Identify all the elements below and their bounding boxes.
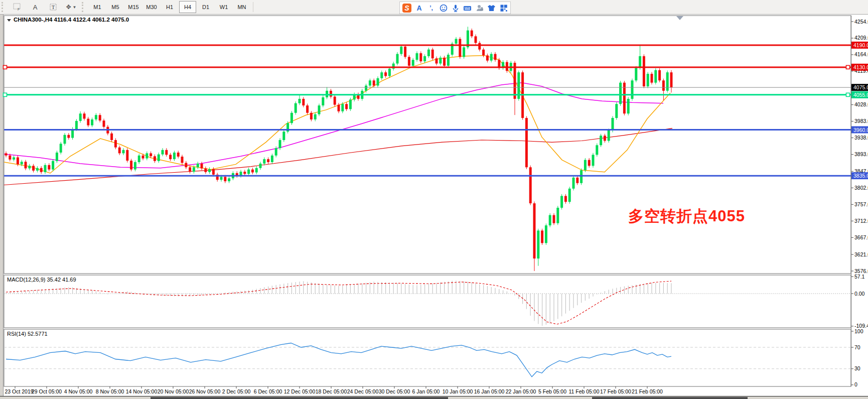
price-tick-label: 3802.0	[854, 185, 868, 191]
timeframe-button-m30[interactable]: M30	[143, 1, 160, 13]
candle-body	[275, 148, 277, 156]
candle-body	[345, 104, 348, 109]
price-tick-label: 4028.0	[854, 101, 868, 107]
candle-body	[189, 167, 191, 172]
candle-body	[419, 53, 422, 61]
candle-body	[619, 83, 622, 104]
candle-body	[627, 99, 630, 113]
date-tick-label: 22 Jan 05:00	[506, 388, 536, 394]
candle-body	[224, 177, 226, 181]
candle-body	[173, 153, 176, 159]
price-tick-label: 3893.0	[854, 151, 868, 157]
candle-body	[247, 170, 250, 174]
candle-body	[60, 144, 62, 153]
date-tick-label: 6 Dec 05:00	[254, 388, 282, 394]
candle-body	[99, 115, 101, 120]
date-tick-label: 2 Dec 05:00	[222, 388, 251, 394]
price-tick-label: 3621.0	[854, 251, 868, 257]
ime-toolbox-icon[interactable]	[499, 4, 508, 12]
candle-body	[600, 136, 602, 145]
line-handle[interactable]	[846, 93, 850, 96]
candle-body	[334, 97, 336, 105]
candle-body	[130, 161, 132, 170]
candle-body	[306, 105, 309, 113]
timeframe-button-h1[interactable]: H1	[161, 1, 178, 13]
candle-body	[79, 113, 82, 121]
timeframe-button-m15[interactable]: M15	[125, 1, 142, 13]
draw-tools-button[interactable]: ✥▼	[63, 1, 80, 13]
candle-body	[295, 103, 297, 113]
candle-body	[384, 72, 387, 76]
candle-body	[615, 104, 618, 118]
ime-emoji-icon[interactable]	[439, 4, 448, 12]
line-handle[interactable]	[4, 93, 7, 96]
candle-body	[103, 120, 105, 126]
panel-frame-1	[4, 275, 851, 328]
candle-body	[259, 164, 262, 168]
candle-body	[48, 165, 50, 170]
ime-skin-icon[interactable]	[487, 4, 496, 12]
timeframe-button-m1[interactable]: M1	[89, 1, 106, 13]
candle-body	[592, 155, 595, 166]
candle-body	[44, 165, 47, 172]
price-chart-canvas[interactable]: 4254.04209.04164.04119.04028.03983.03938…	[0, 0, 868, 399]
candle-body	[439, 58, 442, 64]
candle-body	[541, 230, 543, 243]
line-handle[interactable]	[846, 65, 850, 69]
candle-body	[404, 47, 406, 57]
candle-body	[666, 72, 669, 91]
candle-body	[553, 215, 555, 223]
line-handle[interactable]	[4, 65, 7, 69]
ime-mode-icon[interactable]: A	[415, 4, 423, 12]
date-tick-label: 21 Feb 05:00	[632, 388, 663, 394]
candle-body	[608, 130, 610, 141]
candle-body	[651, 74, 653, 83]
timeframe-button-mn[interactable]: MN	[233, 1, 250, 13]
candle-body	[670, 72, 673, 87]
candle-body	[52, 161, 54, 170]
rsi-tick-label: 30	[854, 365, 860, 371]
candle-body	[32, 166, 35, 171]
date-tick-label: 14 Nov 05:00	[126, 388, 158, 394]
timeframe-button-h4[interactable]: H4	[179, 1, 196, 13]
grid-f-icon: F	[13, 3, 21, 11]
candle-body	[204, 168, 207, 172]
candle-body	[662, 80, 665, 91]
candle-body	[9, 156, 11, 160]
timeframe-button-d1[interactable]: D1	[197, 1, 214, 13]
candle-body	[631, 80, 634, 99]
chart-annotation-text[interactable]: 多空转折点4055	[628, 206, 745, 227]
candle-body	[564, 196, 567, 202]
toolbar-grip[interactable]	[82, 2, 87, 12]
candle-body	[310, 113, 313, 119]
ime-keyboard-icon[interactable]	[463, 4, 472, 12]
font-icon[interactable]: A	[27, 1, 44, 13]
text-label-icon[interactable]: T	[45, 1, 62, 13]
candle-body	[643, 56, 645, 86]
candle-body	[612, 118, 614, 130]
candle-body	[475, 36, 477, 43]
candle-body	[459, 39, 461, 57]
ime-punctuation-icon[interactable]: ’,	[427, 4, 436, 12]
candle-body	[447, 55, 450, 66]
candle-body	[369, 80, 371, 85]
candle-body	[471, 31, 473, 37]
candle-body	[302, 99, 305, 105]
candle-body	[212, 169, 215, 175]
candle-body	[67, 135, 70, 138]
toolbar-grip[interactable]	[2, 2, 7, 12]
ime-login-icon[interactable]	[475, 4, 484, 12]
candle-body	[373, 80, 375, 85]
candle-body	[17, 157, 19, 164]
price-badge-label: 4055.0	[853, 92, 868, 98]
candle-body	[639, 56, 641, 68]
price-tick-label: 3983.0	[854, 118, 868, 124]
timeframe-button-m5[interactable]: M5	[107, 1, 124, 13]
candle-body	[604, 136, 606, 141]
ime-microphone-icon[interactable]	[451, 4, 460, 12]
sogou-logo-icon[interactable]: S	[402, 4, 411, 13]
candle-body	[243, 172, 246, 174]
timeframe-button-w1[interactable]: W1	[215, 1, 232, 13]
candle-body	[380, 72, 383, 78]
grid-f-icon[interactable]: F	[9, 1, 26, 13]
